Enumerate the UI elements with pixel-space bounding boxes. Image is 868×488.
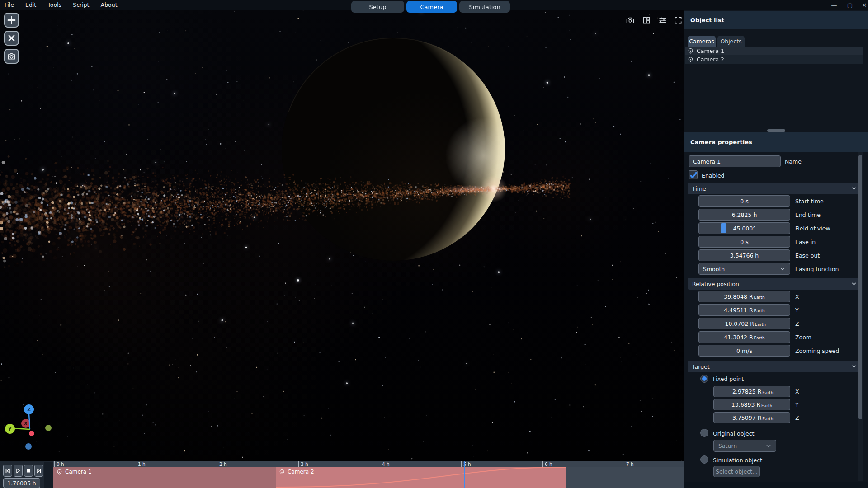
zooming-speed-label: Zooming speed <box>795 347 839 354</box>
menu-about[interactable]: About <box>96 0 122 9</box>
delete-button[interactable] <box>4 31 19 46</box>
camera-properties-header: Camera properties <box>684 132 868 152</box>
original-object-dropdown[interactable]: Saturn <box>713 440 776 452</box>
close-icon[interactable]: ✕ <box>858 0 868 10</box>
object-list-header: Object list <box>684 11 868 29</box>
adjustments-icon <box>658 16 667 25</box>
fixed-point-label: Fixed point <box>713 375 744 382</box>
screenshot-button[interactable] <box>625 15 635 25</box>
section-time[interactable]: Time <box>688 183 862 194</box>
rel-y-label: Y <box>795 307 799 314</box>
enabled-label: Enabled <box>702 172 725 179</box>
enabled-checkbox[interactable] <box>689 170 698 179</box>
end-time-input[interactable]: 6.2825 h <box>698 209 790 221</box>
layout-button[interactable] <box>642 15 651 25</box>
ease-in-label: Ease in <box>795 239 816 245</box>
rel-x-label: X <box>795 293 799 300</box>
list-item-camera-2[interactable]: Camera 2 <box>685 55 863 64</box>
check-icon <box>689 171 698 180</box>
menu-edit[interactable]: Edit <box>21 0 41 9</box>
select-object-button[interactable]: Select object... <box>713 466 760 477</box>
list-item-label: Camera 1 <box>697 47 724 54</box>
target-z-label: Z <box>795 414 799 421</box>
fov-label: Field of view <box>795 225 830 232</box>
simulation-object-radio[interactable] <box>700 455 708 464</box>
camera-settings-icon <box>7 52 16 61</box>
name-label: Name <box>785 158 802 165</box>
rel-y-input[interactable]: 4.49511 REarth <box>698 304 790 316</box>
maximize-icon[interactable]: ▢ <box>844 0 856 10</box>
tab-setup[interactable]: Setup <box>351 1 404 13</box>
plus-icon <box>7 16 16 24</box>
fullscreen-icon <box>674 16 683 25</box>
timeline: 1.76005 h 0 h 1 h 2 h 3 h 4 h 5 h 6 h 7 … <box>0 461 684 488</box>
fixed-point-radio[interactable] <box>700 375 708 383</box>
section-time-label: Time <box>692 185 706 192</box>
target-z-input[interactable]: -3.75097 REarth <box>713 412 790 423</box>
split-view-icon <box>642 16 651 25</box>
list-item-camera-1[interactable]: Camera 1 <box>685 47 863 55</box>
fullscreen-button[interactable] <box>673 15 683 25</box>
target-x-label: X <box>795 388 799 395</box>
chevron-down-icon <box>851 185 857 192</box>
ease-out-label: Ease out <box>795 252 820 259</box>
section-relative-position[interactable]: Relative position <box>688 278 862 290</box>
menu-tools[interactable]: Tools <box>43 0 66 9</box>
section-target[interactable]: Target <box>688 361 862 372</box>
chevron-down-icon <box>851 281 857 287</box>
target-x-input[interactable]: -2.97825 REarth <box>713 386 790 397</box>
zooming-speed-input[interactable]: 0 m/s <box>698 345 790 357</box>
right-panel: Object list Cameras Objects Camera 1 Cam… <box>684 10 868 488</box>
rel-z-input[interactable]: -10.0702 REarth <box>698 318 790 329</box>
easing-curve <box>0 461 684 488</box>
chevron-down-icon <box>851 363 857 370</box>
menu-script[interactable]: Script <box>68 0 94 9</box>
menu-file[interactable]: File <box>0 0 19 9</box>
minimize-icon[interactable]: — <box>828 0 840 10</box>
original-object-label: Original object <box>713 430 754 437</box>
object-list-title: Object list <box>690 17 724 23</box>
section-relative-position-label: Relative position <box>692 281 739 287</box>
tab-objects[interactable]: Objects <box>717 36 745 47</box>
viewport-3d-canvas[interactable] <box>0 10 684 461</box>
original-object-radio[interactable] <box>700 429 708 437</box>
list-item-label: Camera 2 <box>697 56 724 63</box>
fov-slider-input[interactable]: 45.000° <box>698 222 790 234</box>
target-y-label: Y <box>795 401 799 408</box>
rel-x-input[interactable]: 39.8048 REarth <box>698 291 790 302</box>
fov-slider-handle[interactable] <box>721 223 726 233</box>
easing-function-dropdown[interactable]: Smooth <box>698 263 790 275</box>
scrollbar-thumb[interactable] <box>858 155 862 419</box>
name-input[interactable]: Camera 1 <box>689 155 781 167</box>
ease-out-input[interactable]: 3.54766 h <box>698 249 790 261</box>
adjustments-button[interactable] <box>658 15 667 25</box>
end-time-label: End time <box>795 211 821 218</box>
camera-icon <box>688 56 693 62</box>
tab-cameras[interactable]: Cameras <box>688 36 716 47</box>
screenshot-camera-icon <box>626 16 635 25</box>
easing-function-label: Easing function <box>795 266 839 272</box>
target-y-input[interactable]: 13.6893 REarth <box>713 399 790 410</box>
add-button[interactable] <box>4 13 19 28</box>
tab-camera[interactable]: Camera <box>406 1 457 13</box>
ease-in-input[interactable]: 0 s <box>698 236 790 248</box>
zoom-input[interactable]: 41.3042 REarth <box>698 331 790 343</box>
rel-z-label: Z <box>795 320 799 327</box>
simulation-object-label: Simulation object <box>713 457 762 464</box>
application-window: File Edit Tools Script About — ▢ ✕ Setup… <box>0 0 868 488</box>
chevron-down-icon <box>765 443 772 449</box>
camera-icon <box>688 48 693 54</box>
playhead[interactable] <box>464 461 465 488</box>
chevron-down-icon <box>779 266 786 272</box>
start-time-input[interactable]: 0 s <box>698 195 790 207</box>
cross-icon <box>8 34 15 42</box>
secondary-time-marker[interactable] <box>469 461 469 488</box>
section-target-label: Target <box>692 363 710 370</box>
zoom-label: Zoom <box>795 334 811 341</box>
camera-properties-title: Camera properties <box>690 139 752 145</box>
camera-settings-button[interactable] <box>4 49 19 64</box>
panel-footer <box>684 482 868 488</box>
start-time-label: Start time <box>795 198 824 205</box>
tab-simulation[interactable]: Simulation <box>459 1 510 13</box>
